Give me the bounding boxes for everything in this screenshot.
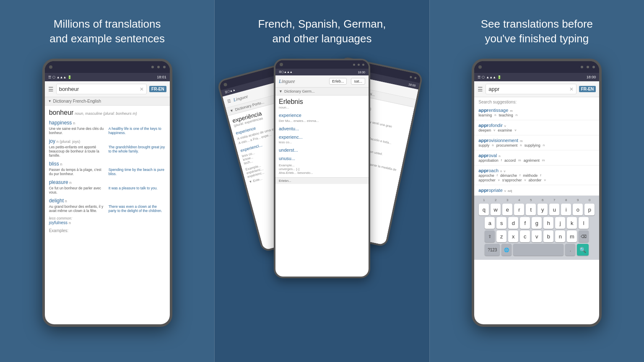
- suggestion-apprentissage[interactable]: apprentissage m learning n teaching n: [474, 105, 599, 120]
- kb-key-w[interactable]: w: [491, 204, 501, 215]
- suggestion-approach[interactable]: approach n v approche f démarche f métho…: [474, 165, 599, 185]
- ham-left: ☰: [227, 98, 232, 104]
- clear-button-3[interactable]: ✕: [569, 86, 574, 92]
- kb-key-q[interactable]: q: [479, 204, 489, 215]
- tr-tag-pleasure: n: [69, 181, 71, 185]
- search-value-1: bonheur: [59, 86, 79, 92]
- kb-key-delete[interactable]: ⌫: [579, 230, 589, 242]
- ex-front-1: Der Mu... erwies... einma...: [279, 119, 365, 123]
- tr-front-und: underst...: [279, 147, 365, 153]
- status-icon-3a: ☰: [478, 75, 480, 79]
- tab-front-1[interactable]: Erleb...: [329, 78, 347, 85]
- tr-word-bliss: bliss: [49, 161, 59, 167]
- example-delight: Au grand bonheur des enfants, il y avait…: [49, 204, 166, 213]
- kb-key-c[interactable]: c: [520, 230, 530, 242]
- tr-unusual: unusu...: [279, 156, 295, 161]
- kb-key-f[interactable]: f: [520, 217, 530, 229]
- search-bar-3: ☰ appr ✕ FR-EN: [474, 81, 599, 97]
- search-input-1[interactable]: bonheur ✕: [56, 84, 147, 94]
- kb-key-enter[interactable]: 🔍: [577, 244, 589, 256]
- erlebn-tag: Erlebn...: [275, 177, 369, 184]
- suggestion-appropriate[interactable]: appropriate v adj: [474, 185, 599, 196]
- sug-word-app1: apprentissage: [478, 108, 508, 113]
- kb-key-x[interactable]: x: [508, 230, 518, 242]
- phone-wrap-1: ☰ ⬡ ▲▲▲ 🔋 18:01 ☰ bonheur ✕ FR-EN: [36, 59, 179, 354]
- word-meta-1: noun, masculine (plural: bonheurs m): [75, 111, 137, 116]
- kb-key-b[interactable]: b: [543, 230, 553, 242]
- tr-front-unus: unusu...: [279, 156, 365, 161]
- lang-badge-3[interactable]: FR-EN: [579, 86, 596, 92]
- kb-row-4: ?123 🌐 . 🔍: [476, 244, 597, 256]
- kb-key-m[interactable]: m: [567, 230, 577, 242]
- suggestion-approvisionnement[interactable]: approvisionnement m supply n procurement…: [474, 135, 599, 150]
- phone-screen-1: ☰ bonheur ✕ FR-EN ▼ Dictionary French-En…: [45, 81, 170, 324]
- tr-experienc2: experienc...: [279, 134, 303, 140]
- button-dot2: [163, 66, 166, 68]
- kb-key-space[interactable]: [513, 244, 564, 256]
- sug-tr-agrement: agrément: [524, 158, 540, 163]
- example-front: Example...: [279, 163, 365, 167]
- sug-tr-approche: approche: [478, 173, 494, 178]
- status-icon-3c: ▲▲▲: [486, 75, 496, 79]
- joyfulness-word: joyfulness: [49, 220, 68, 225]
- phone-top-bar-3: [474, 61, 599, 73]
- example-fr-bliss: Passer du temps à la plage, c'est du pur…: [49, 168, 106, 176]
- kb-key-u[interactable]: u: [549, 204, 559, 215]
- clear-button-1[interactable]: ✕: [140, 86, 144, 92]
- tab-front-2[interactable]: sat...: [351, 78, 365, 85]
- suggestion-approval[interactable]: approval n approbation f accord m agréme…: [474, 150, 599, 165]
- sug-tr-supplying: supplying: [525, 143, 540, 147]
- status-time-1: 18:01: [157, 75, 166, 79]
- kb-key-p[interactable]: p: [584, 204, 595, 215]
- sug-tag-app4: n: [499, 154, 500, 158]
- sug-main-app3: approvisionnement m: [478, 138, 595, 143]
- suggestion-approfondir[interactable]: approfondir v deepen v examine v: [474, 120, 599, 135]
- kb-key-shift[interactable]: ⇧: [485, 230, 495, 242]
- kb-key-g[interactable]: g: [532, 217, 542, 229]
- kb-key-o[interactable]: o: [573, 204, 583, 215]
- tr-tag-bliss: n: [60, 162, 62, 166]
- lang-badge-1[interactable]: FR-EN: [149, 86, 166, 92]
- sug-tr-app5a: approche f démarche f méthode f: [478, 173, 595, 178]
- less-common-label-1: less common:: [49, 216, 166, 220]
- main-word-front: Erlebnis: [279, 98, 365, 106]
- sug-main-app4: approval n: [478, 153, 595, 158]
- kb-key-i[interactable]: i: [561, 204, 571, 215]
- kb-key-t[interactable]: t: [526, 204, 536, 215]
- hamburger-icon-3[interactable]: ☰: [478, 86, 483, 93]
- less-common-word-1: joyfulness n: [49, 220, 166, 225]
- panel-1: Millions of translationsand example sent…: [0, 0, 214, 362]
- dict-front: ▼ Dictionary Germ...: [275, 88, 369, 96]
- translation-group-bliss: bliss n Passer du temps à la plage, c'es…: [49, 161, 166, 176]
- sug-word-app3: approvisionnement: [478, 138, 518, 143]
- panel-3-title: See translations beforeyou've finished t…: [481, 17, 593, 46]
- kb-key-y[interactable]: y: [538, 204, 548, 215]
- kb-key-j[interactable]: j: [555, 217, 565, 229]
- sug-tag-app6b: adj: [508, 189, 512, 193]
- kb-key-period[interactable]: .: [565, 244, 575, 256]
- hamburger-icon[interactable]: ☰: [48, 86, 54, 93]
- kb-key-a[interactable]: a: [485, 217, 495, 229]
- sug-word-app2: approfondir: [478, 123, 502, 128]
- example-pleasure: Ce fut un bonheur de parler avec vous. I…: [49, 186, 166, 194]
- kb-key-z[interactable]: z: [496, 230, 506, 242]
- sug-main-app6: appropriate v adj: [478, 188, 595, 193]
- kb-key-l[interactable]: l: [579, 217, 589, 229]
- kb-key-d[interactable]: d: [508, 217, 518, 229]
- kb-key-s[interactable]: s: [496, 217, 506, 229]
- kb-key-globe[interactable]: 🌐: [501, 244, 512, 256]
- sug-prefix-app1: appr: [478, 108, 488, 113]
- kb-key-numbers[interactable]: ?123: [485, 244, 500, 256]
- sug-prefix-app2: appr: [478, 123, 488, 128]
- kb-key-e[interactable]: e: [502, 204, 512, 215]
- main-word-1: bonheur: [49, 109, 74, 116]
- search-input-3[interactable]: appr ✕: [486, 84, 576, 94]
- kb-key-h[interactable]: h: [543, 217, 553, 229]
- kb-key-n[interactable]: n: [555, 230, 565, 242]
- kb-key-v[interactable]: v: [532, 230, 542, 242]
- translation-group-joy: joy n (plural: joys) Les petits-enfants …: [49, 138, 166, 158]
- kb-key-r[interactable]: r: [514, 204, 524, 215]
- kb-key-k[interactable]: k: [567, 217, 577, 229]
- phone-wrap-3: ☰ ⬡ ▲▲▲ 🔋 18:00 ☰ appr ✕ FR-EN: [465, 59, 608, 354]
- sug-tr-app2: deepen v examine v: [478, 128, 595, 132]
